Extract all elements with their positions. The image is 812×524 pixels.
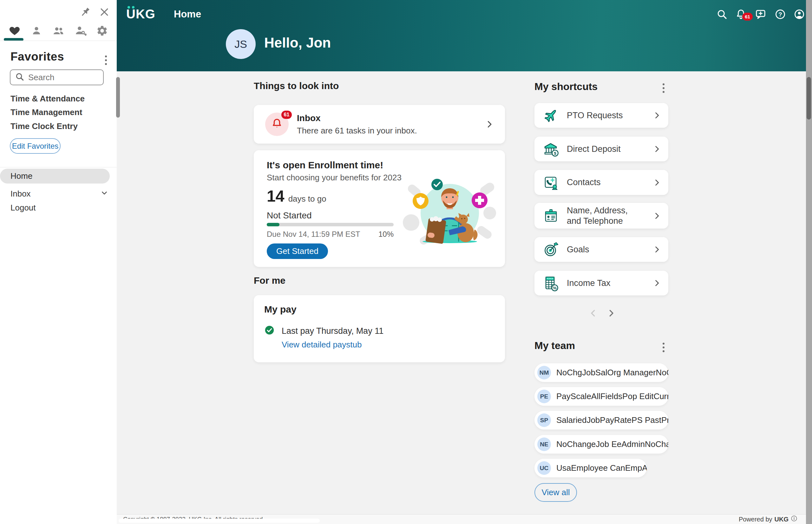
shortcut-label: Goals bbox=[567, 244, 589, 255]
shortcut-direct-deposit[interactable]: $ Direct Deposit bbox=[535, 137, 668, 161]
shortcuts-prev-button[interactable] bbox=[587, 307, 600, 320]
search-icon bbox=[716, 9, 728, 21]
avatar: JS bbox=[226, 29, 256, 59]
account-button[interactable] bbox=[793, 8, 806, 21]
check-circle-icon bbox=[264, 325, 275, 335]
enrollment-card: It's open Enrollment time! Start choosin… bbox=[254, 150, 505, 267]
close-icon bbox=[99, 7, 110, 18]
chat-add-icon bbox=[755, 9, 766, 21]
help-button[interactable]: ? bbox=[774, 8, 786, 21]
get-started-button[interactable]: Get Started bbox=[267, 243, 328, 259]
team-member-row[interactable]: NM NoChgJobSalOrg ManagerNoChgJ... bbox=[535, 363, 668, 382]
divider bbox=[0, 40, 117, 41]
shortcut-label: Direct Deposit bbox=[567, 144, 621, 154]
favorites-search[interactable] bbox=[10, 69, 104, 85]
sidebar-item-logout[interactable]: Logout bbox=[11, 203, 36, 213]
my-pay-card: My pay Last pay Thursday, May 11 View de… bbox=[254, 295, 505, 362]
svg-text:%: % bbox=[553, 285, 557, 290]
enrollment-title: It's open Enrollment time! bbox=[267, 160, 383, 170]
chevron-right-icon bbox=[652, 178, 661, 187]
view-paystub-link[interactable]: View detailed paystub bbox=[282, 340, 362, 350]
enrollment-status: Not Started bbox=[267, 211, 312, 220]
shortcut-pto-requests[interactable]: PTO Requests bbox=[535, 103, 668, 128]
sidebar-item-label: Home bbox=[11, 171, 32, 181]
team-member-name: NoChangeJob EeAdminNoChange... bbox=[556, 439, 668, 449]
divider bbox=[0, 167, 117, 167]
team-menu-button[interactable] bbox=[657, 341, 670, 355]
bank-dollar-icon: $ bbox=[542, 140, 560, 158]
vertical-scrollbar-thumb[interactable] bbox=[807, 77, 811, 119]
inbox-count-badge: 61 bbox=[281, 111, 292, 119]
id-card-icon bbox=[542, 207, 560, 225]
shortcut-label: PTO Requests bbox=[567, 110, 623, 121]
people-icon bbox=[52, 24, 65, 38]
enrollment-progress-fill bbox=[267, 223, 280, 226]
ukg-logo: UKG bbox=[126, 7, 156, 21]
avatar: NM bbox=[537, 366, 551, 379]
close-sidebar-button[interactable] bbox=[98, 6, 111, 19]
team-member-name: PayScaleAllFieldsPop EditCurrentJ... bbox=[556, 392, 668, 401]
page-title: Home bbox=[174, 9, 201, 20]
inbox-card-text: Inbox There are 61 tasks in your inbox. bbox=[297, 113, 417, 136]
tab-person-key[interactable] bbox=[74, 24, 87, 38]
sidebar-item-inbox[interactable]: Inbox bbox=[11, 189, 31, 199]
powered-by-prefix: Powered by bbox=[739, 516, 773, 523]
top-header: UKG Home 61 ? JS H bbox=[117, 0, 806, 71]
view-all-button[interactable]: View all bbox=[535, 483, 577, 502]
chevron-right-icon bbox=[485, 119, 494, 129]
tab-person[interactable] bbox=[30, 24, 44, 38]
favorite-link-time-attendance[interactable]: Time & Attendance bbox=[11, 94, 85, 104]
shortcuts-next-button[interactable] bbox=[605, 307, 618, 320]
enrollment-percent: 10% bbox=[267, 230, 394, 239]
sidebar-item-home[interactable]: Home bbox=[0, 169, 110, 183]
chevron-right-icon bbox=[652, 145, 661, 153]
chevron-right-icon bbox=[652, 245, 661, 254]
shortcut-goals[interactable]: Goals bbox=[535, 237, 668, 262]
enrollment-illustration bbox=[400, 175, 496, 250]
favorites-menu-button[interactable] bbox=[100, 53, 112, 67]
avatar: SP bbox=[537, 413, 551, 427]
chevron-down-icon[interactable] bbox=[100, 188, 109, 198]
pin-icon bbox=[79, 6, 91, 19]
greeting-text: Hello, Jon bbox=[264, 35, 331, 51]
info-icon[interactable] bbox=[791, 515, 797, 523]
shortcut-label: Name, Address, and Telephone bbox=[567, 206, 643, 226]
avatar: NE bbox=[537, 438, 551, 451]
calculator-percent-icon: % bbox=[542, 274, 560, 292]
bell-icon bbox=[271, 118, 283, 131]
team-member-row[interactable]: UC UsaEmployee CanEmpAdmin bbox=[535, 459, 647, 477]
shortcut-label: Contacts bbox=[567, 177, 601, 188]
header-search-button[interactable] bbox=[716, 8, 728, 21]
tab-people[interactable] bbox=[51, 24, 65, 38]
target-icon bbox=[542, 241, 560, 258]
sidebar-scrollbar-thumb[interactable] bbox=[116, 77, 120, 118]
tab-settings[interactable] bbox=[95, 24, 109, 38]
search-input[interactable] bbox=[28, 72, 99, 82]
edit-favorites-button[interactable]: Edit Favorites bbox=[10, 138, 61, 154]
person-key-icon bbox=[74, 24, 87, 38]
team-member-name: SalariedJobPayRatePS PastPresFu... bbox=[556, 415, 668, 425]
shortcuts-menu-button[interactable] bbox=[657, 81, 670, 95]
team-member-row[interactable]: PE PayScaleAllFieldsPop EditCurrentJ... bbox=[535, 387, 668, 406]
favorite-link-time-management[interactable]: Time Management bbox=[11, 108, 82, 117]
shortcut-income-tax[interactable]: % Income Tax bbox=[535, 271, 668, 295]
chevron-right-icon bbox=[606, 308, 616, 319]
horizontal-scrollbar-thumb[interactable] bbox=[118, 519, 320, 523]
gear-icon bbox=[96, 25, 108, 38]
shortcut-contacts[interactable]: Contacts bbox=[535, 170, 668, 195]
inbox-card[interactable]: 61 Inbox There are 61 tasks in your inbo… bbox=[254, 105, 505, 144]
vertical-scrollbar-track[interactable] bbox=[806, 0, 812, 524]
shortcuts-section-title: My shortcuts bbox=[535, 81, 598, 93]
team-section-title: My team bbox=[535, 340, 575, 351]
team-member-row[interactable]: NE NoChangeJob EeAdminNoChange... bbox=[535, 435, 668, 454]
tab-favorites[interactable] bbox=[7, 24, 21, 38]
notification-badge: 61 bbox=[742, 13, 753, 21]
feedback-button[interactable] bbox=[754, 8, 767, 21]
team-member-name: NoChgJobSalOrg ManagerNoChgJ... bbox=[556, 368, 668, 378]
shortcut-name-address-telephone[interactable]: Name, Address, and Telephone bbox=[535, 203, 668, 229]
inbox-icon-circle: 61 bbox=[265, 113, 289, 136]
team-member-row[interactable]: SP SalariedJobPayRatePS PastPresFu... bbox=[535, 411, 668, 429]
favorites-sidebar: Favorites Time & Attendance Time Managem… bbox=[0, 0, 117, 524]
favorite-link-time-clock-entry[interactable]: Time Clock Entry bbox=[11, 121, 78, 131]
pin-sidebar-button[interactable] bbox=[79, 6, 92, 19]
